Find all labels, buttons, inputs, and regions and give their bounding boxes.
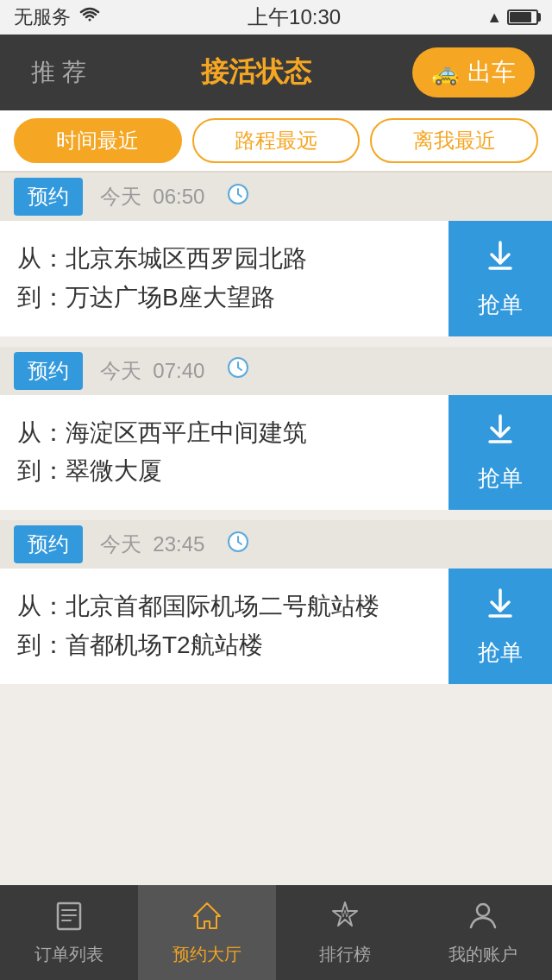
order-list-icon [53, 899, 85, 939]
wifi-icon [78, 6, 102, 28]
signal-text: 无服务 [14, 4, 71, 30]
order-list-label: 订单列表 [34, 943, 104, 966]
status-tab[interactable]: 接活状态 [201, 53, 311, 91]
battery-icon [507, 9, 538, 25]
grab-button-3[interactable]: 抢单 [448, 569, 552, 684]
bottom-nav-reservation-hall[interactable]: 预约大厅 [138, 885, 276, 980]
order-from-1: 从：北京东城区西罗园北路 [17, 240, 431, 279]
bottom-nav: 订单列表 预约大厅 W 排行榜 我的账户 [0, 885, 552, 980]
order-header-3: 预约 今天 23:45 [0, 520, 552, 569]
order-header-1: 预约 今天 06:50 [0, 173, 552, 221]
download-icon-1 [481, 237, 519, 283]
reservation-badge-2: 预约 [14, 352, 83, 390]
grab-button-1[interactable]: 抢单 [448, 221, 552, 336]
filter-nearest-label: 离我最近 [413, 127, 496, 154]
top-nav: 推 荐 接活状态 🚕 出车 [0, 35, 552, 110]
bottom-nav-ranking[interactable]: W 排行榜 [276, 885, 414, 980]
order-to-1: 到：万达广场B座大望路 [17, 279, 431, 317]
ranking-label: 排行榜 [319, 943, 371, 966]
download-icon-3 [481, 585, 519, 631]
account-icon [467, 899, 499, 939]
content-area: 预约 今天 06:50 从：北京东城区西罗园北路 到：万达广场B座大望路 [0, 173, 552, 789]
nav-arrow-icon: ▲ [486, 9, 502, 27]
order-from-2: 从：海淀区西平庄中间建筑 [17, 414, 431, 453]
grab-label-2: 抢单 [478, 463, 523, 493]
ranking-icon: W [329, 899, 361, 939]
grab-label-1: 抢单 [478, 290, 523, 320]
filter-longest-trip-label: 路程最远 [235, 127, 317, 154]
reservation-badge-1: 预约 [14, 178, 83, 216]
bottom-nav-my-account[interactable]: 我的账户 [414, 885, 552, 980]
order-from-3: 从：北京首都国际机场二号航站楼 [17, 587, 431, 626]
download-icon-2 [481, 411, 519, 456]
bottom-nav-order-list[interactable]: 订单列表 [0, 885, 138, 980]
filter-tab-nearest[interactable]: 离我最近 [370, 118, 538, 163]
taxi-icon: 🚕 [431, 60, 459, 86]
reservation-hall-label: 预约大厅 [172, 943, 242, 966]
dispatch-label: 出车 [467, 56, 516, 89]
account-label: 我的账户 [448, 943, 518, 966]
clock-icon-2 [227, 356, 249, 385]
order-info-3: 从：北京首都国际机场二号航站楼 到：首都机场T2航站楼 [0, 569, 448, 684]
filter-recent-time-label: 时间最近 [56, 127, 139, 154]
dispatch-button[interactable]: 🚕 出车 [412, 47, 535, 97]
order-time-1: 今天 06:50 [100, 183, 204, 210]
reservation-badge-3: 预约 [14, 525, 83, 563]
svg-marker-19 [194, 903, 220, 928]
clock-icon-3 [227, 531, 249, 559]
status-bar: 无服务 上午10:30 ▲ [0, 0, 552, 35]
order-header-2: 预约 今天 07:40 [0, 347, 552, 395]
order-body-1: 从：北京东城区西罗园北路 到：万达广场B座大望路 抢单 [0, 221, 552, 336]
recommend-tab[interactable]: 推 荐 [17, 47, 100, 97]
order-info-1: 从：北京东城区西罗园北路 到：万达广场B座大望路 [0, 221, 448, 336]
order-card-2: 预约 今天 07:40 从：海淀区西平庄中间建筑 到：翠微大厦 [0, 347, 552, 511]
order-to-3: 到：首都机场T2航站楼 [17, 626, 431, 665]
grab-button-2[interactable]: 抢单 [448, 395, 552, 511]
filter-tabs: 时间最近 路程最远 离我最近 [0, 110, 552, 173]
order-body-2: 从：海淀区西平庄中间建筑 到：翠微大厦 抢单 [0, 395, 552, 511]
filter-tab-recent-time[interactable]: 时间最近 [14, 118, 182, 163]
order-card-1: 预约 今天 06:50 从：北京东城区西罗园北路 到：万达广场B座大望路 [0, 173, 552, 336]
order-info-2: 从：海淀区西平庄中间建筑 到：翠微大厦 [0, 395, 448, 511]
order-time-2: 今天 07:40 [100, 357, 204, 385]
svg-text:W: W [341, 909, 349, 919]
order-body-3: 从：北京首都国际机场二号航站楼 到：首都机场T2航站楼 抢单 [0, 569, 552, 684]
clock-icon-1 [227, 183, 249, 211]
time-display: 上午10:30 [248, 3, 341, 31]
order-card-3: 预约 今天 23:45 从：北京首都国际机场二号航站楼 到：首都机场T2航站楼 [0, 520, 552, 684]
order-to-2: 到：翠微大厦 [17, 452, 431, 491]
filter-tab-longest-trip[interactable]: 路程最远 [192, 118, 361, 163]
home-icon [191, 899, 223, 939]
svg-point-22 [477, 904, 489, 916]
order-time-3: 今天 23:45 [100, 531, 204, 558]
grab-label-3: 抢单 [478, 638, 523, 668]
